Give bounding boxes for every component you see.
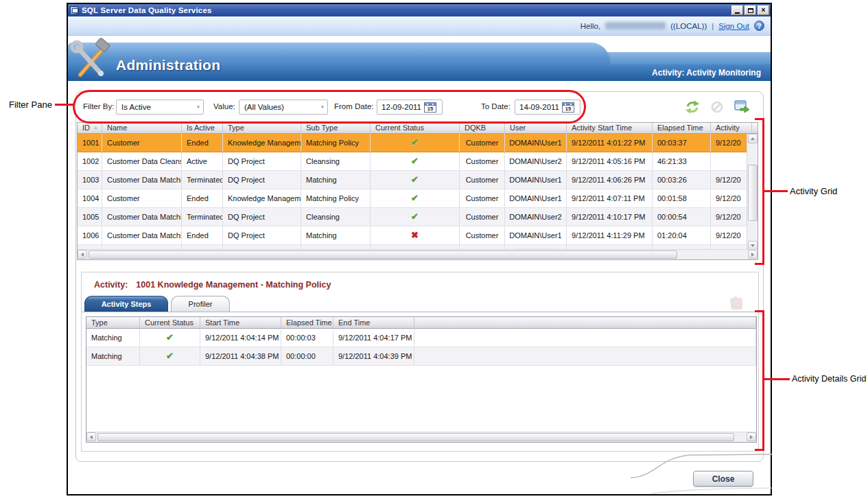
cell bbox=[414, 329, 756, 347]
cell: DOMAIN\User2 bbox=[505, 208, 567, 226]
cell: ✔ bbox=[140, 347, 200, 365]
annotation-line bbox=[764, 190, 788, 192]
column-header[interactable]: Activity Start Time bbox=[567, 123, 653, 134]
table-row[interactable]: 1001CustomerEndedKnowledge ManagementMat… bbox=[78, 134, 747, 152]
annotation-activity-grid: Activity Grid bbox=[790, 186, 837, 196]
greeting-text: Hello, bbox=[580, 22, 600, 30]
column-header[interactable]: Type bbox=[223, 123, 301, 134]
cell: 00:03:37 bbox=[653, 134, 711, 152]
restore-button[interactable] bbox=[744, 5, 756, 15]
column-header[interactable]: DQKB bbox=[460, 123, 505, 134]
cell: 9/12/2011 4:10:17 PM bbox=[567, 208, 653, 226]
column-header[interactable]: Elapsed Time bbox=[653, 123, 711, 134]
cell: 1004 bbox=[78, 189, 102, 207]
check-icon: ✔ bbox=[166, 332, 174, 342]
cell: Cleansing bbox=[301, 208, 371, 226]
cell: Customer bbox=[102, 134, 182, 152]
cell: 1003 bbox=[78, 171, 102, 189]
tab-profiler[interactable]: Profiler bbox=[171, 296, 230, 312]
table-row[interactable]: 1005Customer Data MatchingTerminatedDQ P… bbox=[78, 208, 747, 226]
cell: 9/12/2011 4:11:29 PM bbox=[567, 226, 653, 244]
details-title-label: Activity: bbox=[94, 280, 128, 290]
column-header[interactable]: End Time bbox=[333, 317, 414, 329]
cell: Customer bbox=[460, 189, 505, 207]
cell bbox=[414, 347, 756, 365]
annotation-activity-details-grid: Activity Details Grid bbox=[792, 374, 866, 384]
minimize-button[interactable] bbox=[731, 5, 743, 15]
column-header[interactable]: Name bbox=[102, 123, 182, 134]
details-grid-header: TypeCurrent StatusStart TimeElapsed Time… bbox=[86, 317, 756, 329]
check-icon: ✔ bbox=[411, 193, 419, 203]
details-grid-body: Matching✔9/12/2011 4:04:14 PM00:00:039/1… bbox=[86, 329, 756, 366]
cell: Knowledge Management bbox=[223, 189, 301, 207]
tab-activity-steps[interactable]: Activity Steps bbox=[84, 296, 168, 312]
table-row[interactable]: 1003Customer Data MatchingTerminatedDQ P… bbox=[78, 171, 747, 189]
table-row[interactable]: Matching✔9/12/2011 4:04:14 PM00:00:039/1… bbox=[86, 329, 756, 347]
help-icon[interactable]: ? bbox=[754, 21, 764, 31]
title-bar: SQL Server Data Quality Services × bbox=[68, 4, 771, 16]
table-row[interactable]: 1002Customer Data CleansingActiveDQ Proj… bbox=[78, 152, 747, 171]
cell: ✖ bbox=[371, 226, 460, 244]
cell: 9/12/2011 4:04:17 PM bbox=[333, 329, 414, 347]
column-header[interactable]: ID▲ bbox=[78, 123, 102, 134]
cell: Active bbox=[182, 152, 223, 170]
cell: 9/12/20 bbox=[711, 189, 747, 207]
export-icon[interactable] bbox=[734, 100, 750, 114]
cell: Customer bbox=[460, 226, 505, 244]
minimize-icon bbox=[735, 12, 740, 14]
cell: Customer Data Cleansing bbox=[102, 152, 182, 170]
sort-asc-icon: ▲ bbox=[93, 125, 98, 130]
column-header[interactable] bbox=[414, 317, 756, 329]
cell: 9/12/2011 4:07:11 PM bbox=[567, 189, 653, 207]
cell: DOMAIN\User2 bbox=[505, 152, 567, 170]
masked-username bbox=[605, 22, 666, 30]
column-header[interactable]: Current Status bbox=[140, 317, 200, 329]
banner: Activity: Activity Monitoring Administra… bbox=[68, 43, 771, 81]
cell: DOMAIN\User1 bbox=[505, 134, 567, 152]
terminate-disabled-icon bbox=[709, 100, 725, 114]
scrollbar-thumb[interactable] bbox=[89, 250, 677, 259]
column-header[interactable]: Is Active bbox=[182, 123, 223, 134]
table-row[interactable]: 1006Customer Data MatchingEndedDQ Projec… bbox=[78, 226, 747, 245]
table-row[interactable]: Matching✔9/12/2011 4:04:38 PM00:00:009/1… bbox=[86, 347, 756, 366]
cell: ✔ bbox=[371, 208, 460, 226]
close-button[interactable]: Close bbox=[693, 471, 753, 487]
cell: ✔ bbox=[371, 152, 460, 170]
column-header[interactable]: Activity bbox=[711, 123, 752, 134]
page: SQL Server Data Quality Services × Hello… bbox=[0, 0, 868, 501]
sign-out-link[interactable]: Sign Out bbox=[718, 22, 749, 30]
main-panel: Filter By: Is Active ▼ Value: (All Value… bbox=[75, 91, 764, 462]
column-header[interactable]: Elapsed Time bbox=[281, 317, 333, 329]
column-header[interactable]: Start Time bbox=[200, 317, 281, 329]
cell: DOMAIN\User1 bbox=[505, 171, 567, 189]
close-icon: × bbox=[762, 7, 766, 14]
cell: Customer Data Matching bbox=[102, 171, 182, 189]
refresh-icon[interactable] bbox=[684, 100, 701, 114]
column-header[interactable]: Type bbox=[86, 317, 140, 329]
scrollbar-thumb[interactable] bbox=[97, 433, 734, 441]
disabled-steps-icon bbox=[731, 298, 742, 310]
cell: ✔ bbox=[371, 189, 460, 207]
column-header[interactable]: Sub Type bbox=[301, 123, 371, 134]
cell: 9/12/2011 4:01:22 PM bbox=[567, 134, 653, 152]
page-title: Administration bbox=[116, 57, 220, 73]
scroll-left-button[interactable] bbox=[86, 432, 96, 441]
column-header[interactable]: User bbox=[505, 123, 567, 134]
cell: Ended bbox=[182, 134, 223, 152]
cell: DQ Project bbox=[223, 152, 301, 170]
annotation-bracket-activity-grid bbox=[755, 118, 764, 265]
table-row[interactable]: 1004CustomerEndedKnowledge ManagementMat… bbox=[78, 189, 747, 208]
cell: 9/12/2011 4:04:39 PM bbox=[333, 347, 414, 365]
tab-baseline bbox=[82, 312, 758, 312]
cell: Customer Data Matching bbox=[102, 208, 182, 226]
details-title: Activity:1001 Knowledge Management - Mat… bbox=[94, 280, 331, 290]
close-window-button[interactable]: × bbox=[758, 5, 769, 15]
column-header[interactable]: Current Status bbox=[371, 123, 460, 134]
scroll-left-button[interactable] bbox=[78, 250, 87, 259]
horizontal-scrollbar[interactable] bbox=[78, 249, 758, 259]
cell: Customer bbox=[460, 152, 505, 170]
check-icon: ✔ bbox=[411, 156, 419, 166]
cell: 00:00:03 bbox=[281, 329, 333, 347]
cell: DQ Project bbox=[223, 208, 301, 226]
horizontal-scrollbar[interactable] bbox=[86, 432, 756, 442]
